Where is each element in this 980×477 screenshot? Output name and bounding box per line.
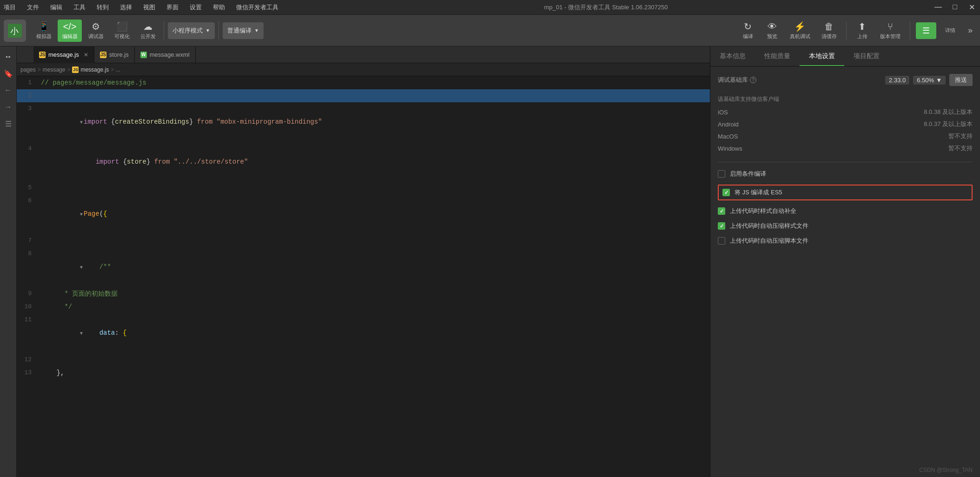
checkbox-upload-minjs[interactable] [718, 237, 725, 245]
more-button[interactable]: » [964, 26, 976, 35]
menu-interface[interactable]: 界面 [166, 3, 179, 12]
line-num-5: 5 [17, 181, 39, 194]
code-line-10: 10 */ [17, 300, 710, 313]
tab-store-js-icon: JS [100, 52, 106, 58]
line-content-11: ▼ data: { [39, 313, 710, 353]
sidebar-forward-icon[interactable]: → [2, 100, 15, 113]
sidebar-list-icon[interactable]: ☰ [2, 117, 15, 130]
mode-dropdown[interactable]: 小程序模式 ▼ [168, 22, 215, 39]
window-title: mp_01 - 微信开发者工具 Stable 1.06.2307250 [278, 3, 934, 12]
line-num-7: 7 [17, 234, 39, 247]
compile-button[interactable]: ↻ 编译 [738, 19, 758, 42]
attribution: CSDN @Strong_TAN [919, 467, 973, 473]
push-button[interactable]: 推送 [949, 74, 973, 86]
sidebar-bookmark-icon[interactable]: 🔖 [2, 67, 15, 80]
menu-tools[interactable]: 工具 [73, 3, 86, 12]
breadcrumb-more: ... [116, 66, 120, 73]
window-controls[interactable]: — □ ✕ [934, 3, 976, 12]
tab-local-settings[interactable]: 本地设置 [800, 46, 844, 66]
collapse-11[interactable]: ▼ [80, 331, 83, 336]
tab-project-config[interactable]: 项目配置 [844, 46, 889, 66]
collapse-8[interactable]: ▼ [80, 265, 83, 270]
line-num-12: 12 [17, 353, 39, 366]
line-content-2 [39, 89, 710, 102]
tab-message-wxml[interactable]: W message.wxml [135, 46, 196, 63]
line-content-7 [39, 234, 710, 247]
menu-settings[interactable]: 设置 [190, 3, 202, 12]
checkbox-label-upload-minjs: 上传代码时自动压缩脚本文件 [730, 237, 808, 245]
checkbox-row-compile-es5[interactable]: 将 JS 编译成 ES5 [718, 185, 973, 200]
compile-icon: ↻ [744, 21, 752, 32]
clear-button[interactable]: 🗑 清缓存 [818, 20, 841, 42]
tab-performance[interactable]: 性能质量 [755, 46, 800, 66]
debug-lib-controls: 2.33.0 6.50% ▼ 推送 [885, 74, 973, 86]
checkbox-row-upload-style[interactable]: 上传代码时样式自动补全 [718, 207, 973, 215]
code-line-6: 6 ▼Page({ [17, 194, 710, 234]
minimize-button[interactable]: — [934, 3, 943, 12]
tab-basic-info[interactable]: 基本信息 [710, 46, 755, 66]
visualize-button[interactable]: ⬛ 可视化 [110, 19, 134, 42]
checkbox-row-upload-minjs[interactable]: 上传代码时自动压缩脚本文件 [718, 237, 973, 245]
menu-bar[interactable]: 项目 文件 编辑 工具 转到 选择 视图 界面 设置 帮助 微信开发者工具 [4, 3, 278, 12]
tab-message-js[interactable]: JS message.js ✕ [33, 46, 94, 63]
client-windows-label: Windows [718, 145, 742, 152]
compile-dropdown[interactable]: 普通编译 ▼ [223, 22, 264, 39]
tab-close-message-js[interactable]: ✕ [84, 52, 88, 58]
menu-goto[interactable]: 转到 [97, 3, 109, 12]
upload-button[interactable]: ⬆ 上传 [852, 19, 873, 42]
right-tabs: 基本信息 性能质量 本地设置 项目配置 [710, 46, 980, 66]
checkbox-upload-compress[interactable] [718, 222, 725, 230]
line-num-10: 10 [17, 300, 39, 313]
menu-project[interactable]: 项目 [4, 3, 16, 12]
debug-percent-badge[interactable]: 6.50% ▼ [913, 76, 946, 85]
menu-select[interactable]: 选择 [120, 3, 132, 12]
collapse-6[interactable]: ▼ [80, 212, 83, 217]
menu-edit[interactable]: 编辑 [50, 3, 62, 12]
line-content-9: * 页面的初始数据 [39, 287, 710, 300]
sidebar-explorer-icon[interactable]: ↔ [2, 50, 15, 63]
clear-icon: 🗑 [824, 21, 834, 32]
tab-store-js[interactable]: JS store.js [94, 46, 135, 63]
maximize-button[interactable]: □ [950, 3, 960, 12]
sidebar-back-icon[interactable]: ← [2, 84, 15, 97]
menu-file[interactable]: 文件 [27, 3, 39, 12]
version-button[interactable]: ⑂ 版本管理 [876, 20, 904, 42]
checkbox-label-upload-style: 上传代码时样式自动补全 [730, 207, 796, 215]
client-ios-label: iOS [718, 109, 728, 116]
detail-icon: ☰ [922, 26, 930, 36]
collapse-3[interactable]: ▼ [80, 120, 83, 125]
breadcrumb-sep-3: > [111, 66, 114, 73]
editor-button[interactable]: </> 编辑器 [58, 20, 82, 42]
menu-help[interactable]: 帮助 [213, 3, 225, 12]
code-line-13: 13 }, [17, 366, 710, 379]
detail-label-btn[interactable]: 详情 [940, 25, 960, 36]
detail-button[interactable]: ☰ [916, 22, 936, 39]
app-logo: 小 [4, 20, 26, 42]
breadcrumb: pages > message > JS message.js > ... [17, 63, 710, 76]
tab-message-js-label: message.js [48, 51, 79, 58]
checkbox-upload-style[interactable] [718, 207, 725, 215]
realdev-button[interactable]: ⚡ 真机调试 [786, 19, 814, 42]
menu-view[interactable]: 视图 [143, 3, 155, 12]
code-line-8: 8 ▼ /** [17, 247, 710, 287]
code-line-9: 9 * 页面的初始数据 [17, 287, 710, 300]
cloud-button[interactable]: ☁ 云开发 [136, 19, 160, 42]
debugger-button[interactable]: ⚙ 调试器 [84, 19, 108, 42]
code-editor[interactable]: 1 // pages/message/message.js 2 3 ▼impor… [17, 76, 710, 477]
menu-devtools[interactable]: 微信开发者工具 [236, 3, 278, 12]
preview-button[interactable]: 👁 预览 [762, 20, 782, 42]
client-macos-label: MacOS [718, 133, 738, 140]
close-button[interactable]: ✕ [967, 3, 976, 12]
title-bar: 项目 文件 编辑 工具 转到 选择 视图 界面 设置 帮助 微信开发者工具 mp… [0, 0, 980, 15]
help-icon[interactable]: ? [750, 77, 756, 83]
code-line-11: 11 ▼ data: { [17, 313, 710, 353]
tabs-bar: JS message.js ✕ JS store.js W message.wx… [17, 46, 710, 63]
checkbox-cond-compile[interactable] [718, 170, 725, 178]
svg-text:小: 小 [10, 26, 19, 36]
simulator-button[interactable]: 📱 模拟器 [32, 19, 56, 42]
client-macos-row: MacOS 暂不支持 [718, 132, 973, 140]
checkbox-compile-es5[interactable] [722, 189, 730, 196]
checkbox-row-upload-compress[interactable]: 上传代码时自动压缩样式文件 [718, 222, 973, 230]
tab-wxml-icon: W [140, 52, 147, 58]
checkbox-row-cond-compile[interactable]: 启用条件编译 [718, 170, 973, 178]
